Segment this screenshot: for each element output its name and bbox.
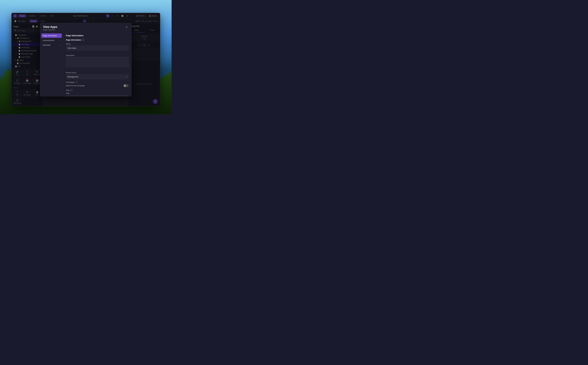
slug-field-group: Slug i Slug You can reference parameters…: [66, 89, 129, 96]
page-info-label-row: Page Information i: [66, 39, 129, 41]
homepage-label-row: Homepage i: [66, 81, 129, 83]
slug-info-icon[interactable]: i: [70, 89, 73, 91]
parent-group-select[interactable]: Management: [66, 74, 129, 79]
modal-nav-page-information[interactable]: Page Information ›: [41, 33, 62, 38]
description-label: Description: [66, 54, 129, 56]
parent-group-field-group: Parent Group Management ▾: [66, 72, 129, 79]
homepage-field-group: Homepage i Make this the homepage: [66, 81, 129, 87]
parent-group-select-wrapper: Management ▾: [66, 74, 129, 79]
modal-overlay[interactable]: View Apps Page Properties ✕ Page Informa…: [12, 13, 160, 106]
modal-nav-metadata[interactable]: Metadata ›: [41, 43, 62, 47]
modal-main-content: Page Information Page Information i Name: [63, 32, 131, 96]
view-apps-modal: View Apps Page Properties ✕ Page Informa…: [40, 23, 131, 96]
homepage-info-icon[interactable]: i: [75, 81, 78, 83]
homepage-label: Homepage: [66, 81, 74, 83]
app-window: ⊞ Pages Variables Connect Auth App Dashb…: [11, 13, 160, 106]
description-textarea[interactable]: [66, 57, 129, 67]
homepage-toggle[interactable]: [123, 84, 129, 87]
modal-title-area: View Apps Page Properties: [43, 25, 57, 31]
modal-subtitle: Page Properties: [43, 29, 57, 31]
slug-label-row: Slug i: [66, 89, 129, 91]
modal-section-title-text: Page Information: [66, 34, 84, 37]
page-information-group: Page Information i: [66, 39, 129, 41]
page-info-chevron-icon: ›: [60, 35, 60, 36]
modal-nav-sidebar: Page Information › Authentication › Meta…: [40, 32, 63, 96]
modal-body: Page Information › Authentication › Meta…: [40, 32, 131, 96]
page-info-icon[interactable]: i: [82, 39, 84, 41]
slug-input[interactable]: [66, 95, 129, 96]
auth-chevron-icon: ›: [60, 40, 60, 41]
modal-close-button[interactable]: ✕: [125, 25, 129, 29]
name-field-group: Name: [66, 43, 129, 52]
parent-group-label: Parent Group: [66, 72, 129, 74]
modal-nav-metadata-label: Metadata: [43, 44, 51, 46]
modal-nav-authentication-label: Authentication: [43, 39, 54, 42]
modal-section-title: Page Information: [66, 34, 129, 37]
slug-field-label: Slug: [66, 92, 129, 94]
name-input[interactable]: [66, 46, 129, 50]
description-field-group: Description: [66, 54, 129, 70]
modal-header: View Apps Page Properties ✕: [40, 23, 131, 32]
name-label: Name: [66, 43, 129, 45]
homepage-sublabel: Make this the homepage: [66, 85, 85, 87]
toggle-knob: [124, 84, 126, 87]
metadata-chevron-icon: ›: [60, 44, 60, 46]
page-info-label: Page Information: [66, 39, 81, 41]
homepage-toggle-row: Make this the homepage: [66, 84, 129, 87]
modal-nav-page-information-label: Page Information: [43, 35, 57, 37]
modal-nav-authentication[interactable]: Authentication ›: [41, 38, 62, 42]
modal-title: View Apps: [43, 25, 57, 28]
slug-label: Slug: [66, 89, 69, 91]
